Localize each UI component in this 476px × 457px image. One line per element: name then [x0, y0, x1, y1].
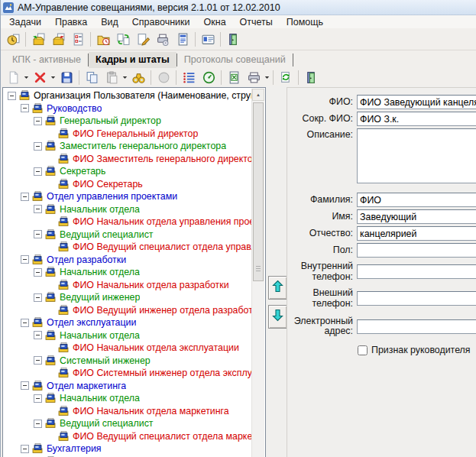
menu-item-7[interactable]: Помощь — [280, 15, 330, 28]
tree-node[interactable]: Системный инженер — [4, 355, 252, 368]
collapse-icon[interactable] — [34, 356, 42, 365]
list-button[interactable] — [179, 69, 199, 86]
manager-flag-checkbox[interactable] — [358, 345, 368, 355]
tree-node[interactable]: ФИО Начальник отдела разработки — [4, 279, 252, 292]
copy-button[interactable] — [82, 69, 102, 86]
tree-node[interactable]: ФИО Начальник отдела маркетинга — [4, 405, 252, 418]
history-button[interactable] — [154, 69, 173, 86]
collapse-icon[interactable] — [8, 92, 16, 100]
collapse-icon[interactable] — [34, 394, 42, 403]
tree-node[interactable]: Секретарь — [4, 165, 252, 178]
collapse-icon[interactable] — [34, 117, 42, 125]
tree-node[interactable]: Ведущий инженер — [4, 291, 252, 304]
tree-node[interactable]: Начальник отдела — [4, 203, 252, 216]
menu-item-3[interactable]: Вид — [94, 15, 125, 28]
tab-2[interactable]: Кадры и штаты — [89, 52, 176, 68]
collapse-icon[interactable] — [34, 167, 42, 176]
collapse-icon[interactable] — [21, 104, 29, 112]
tree-node[interactable]: Генеральный директор — [4, 115, 252, 128]
tree-scrollbar[interactable]: ▲ — [251, 89, 264, 457]
paste-button[interactable] — [102, 69, 121, 86]
print-disc-button[interactable] — [153, 31, 173, 48]
familiya-field[interactable] — [357, 193, 476, 207]
tree-node[interactable]: Руководство — [4, 102, 252, 115]
scroll-up-icon[interactable]: ▲ — [252, 89, 264, 101]
tab-1[interactable]: КПК - активные — [5, 52, 88, 68]
tab-3[interactable]: Протоколы совещаний — [177, 52, 293, 68]
new-doc-button[interactable] — [3, 69, 23, 86]
collapse-icon[interactable] — [21, 255, 29, 264]
refresh-button[interactable] — [276, 69, 296, 86]
tree-node[interactable]: Отдел эксплуатации — [4, 316, 252, 329]
opis-field[interactable] — [357, 128, 476, 183]
tree-node[interactable]: Заместитель генерального директора — [4, 140, 252, 153]
excel-export-button[interactable] — [224, 69, 244, 86]
exchange-docs-button[interactable] — [113, 31, 133, 48]
vneshn-field[interactable] — [357, 291, 476, 306]
save-button[interactable] — [57, 69, 76, 86]
collapse-icon[interactable] — [34, 420, 42, 428]
collapse-icon[interactable] — [34, 142, 42, 151]
collapse-icon[interactable] — [34, 293, 42, 302]
menu-item-2[interactable]: Правка — [48, 15, 94, 28]
collapse-icon[interactable] — [34, 230, 42, 238]
tree-node[interactable]: ФИО Начальник отдела эксплуатации — [4, 342, 252, 355]
dropdown-icon[interactable] — [23, 69, 30, 86]
tree-node[interactable]: Организация Пользователя (Наименование, … — [4, 89, 252, 102]
collapse-icon[interactable] — [21, 381, 29, 390]
move-down-button[interactable] — [268, 305, 287, 329]
menu-item-5[interactable]: Окна — [197, 15, 233, 28]
email-field[interactable] — [357, 319, 476, 334]
move-up-button[interactable] — [268, 276, 287, 300]
pol-field[interactable] — [357, 243, 476, 258]
box-import-button[interactable] — [28, 31, 48, 48]
tree-node[interactable]: Ведущий специалист — [4, 417, 252, 430]
tree-node[interactable]: Начальник отдела — [4, 392, 252, 405]
tree-node[interactable]: ФИО Секретарь — [4, 178, 252, 191]
box-export-button[interactable] — [48, 31, 68, 48]
collapse-icon[interactable] — [21, 319, 29, 327]
collapse-icon[interactable] — [34, 205, 42, 213]
delete-button[interactable] — [30, 69, 50, 86]
dropdown-icon[interactable] — [50, 69, 57, 86]
tree-node[interactable]: ФИО Генеральный директор — [4, 128, 252, 141]
menu-item-6[interactable]: Отчеты — [233, 15, 280, 28]
exit-door-button[interactable] — [223, 31, 243, 48]
scrollbar-thumb[interactable] — [253, 102, 264, 281]
tree-node[interactable]: Отдел разработки — [4, 254, 252, 267]
collapse-icon[interactable] — [34, 331, 42, 339]
edit-doc-button[interactable] — [133, 31, 153, 48]
find-button[interactable] — [128, 69, 148, 86]
otch-field[interactable] — [357, 226, 476, 241]
collapse-icon[interactable] — [21, 193, 29, 201]
tree-node[interactable]: ФИО Системный инженер отдела эксплуатаци… — [4, 367, 252, 380]
folder-clock-button[interactable] — [93, 31, 113, 48]
tree-node[interactable]: ФИО Ведущий инженер отдела разработки — [4, 304, 252, 317]
report-doc-button[interactable] — [173, 31, 193, 48]
menu-item-1[interactable]: Задачи — [2, 15, 48, 28]
tree-node[interactable]: ФИО Ведущий специалист отдела управления… — [4, 241, 252, 254]
tree-node[interactable]: ФИО Ведущий специалист отдела маркетинга — [4, 430, 252, 443]
tree-node[interactable]: Отдел управления проектами — [4, 190, 252, 203]
fio-field[interactable] — [357, 95, 476, 109]
menu-item-4[interactable]: Справочники — [125, 15, 197, 28]
dropdown-icon[interactable] — [121, 69, 128, 86]
vcard-button[interactable] — [198, 31, 218, 48]
dropdown-icon[interactable] — [264, 69, 270, 86]
tree-node[interactable]: ФИО Заместитель генерального директора — [4, 153, 252, 166]
collapse-icon[interactable] — [34, 268, 42, 277]
print-button[interactable] — [244, 69, 264, 86]
tree-node[interactable]: Начальник отдела — [4, 329, 252, 342]
collapse-icon[interactable] — [21, 445, 29, 453]
clock-report-button[interactable] — [3, 31, 23, 48]
vnutr-field[interactable] — [357, 264, 476, 279]
task-doc-button[interactable] — [68, 31, 88, 48]
tree-node[interactable]: Отдел маркетинга — [4, 380, 252, 393]
tree-node[interactable]: Ведущий специалист — [4, 228, 252, 241]
imya-field[interactable] — [357, 209, 476, 224]
sokr-field[interactable] — [357, 112, 476, 126]
tree-node[interactable]: ФИО Начальник отдела управления проектам… — [4, 216, 252, 228]
tree-node[interactable]: Начальник отдела — [4, 266, 252, 279]
tree-node[interactable]: Бухгалтерия — [4, 442, 252, 455]
gauge-button[interactable] — [199, 69, 219, 86]
